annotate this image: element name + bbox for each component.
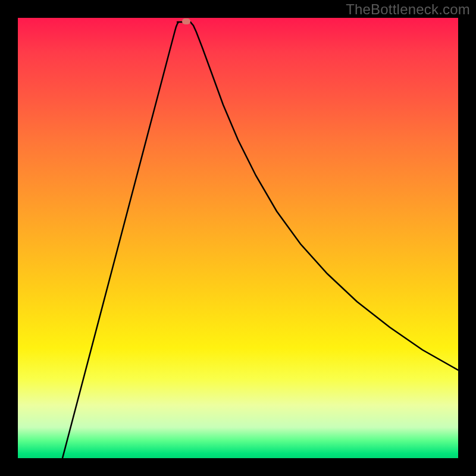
curve-right-branch	[190, 22, 458, 370]
curve-layer	[18, 18, 458, 458]
curve-left-branch	[62, 22, 178, 458]
chart-frame: TheBottleneck.com	[0, 0, 476, 476]
minimum-marker	[182, 18, 190, 24]
watermark-text: TheBottleneck.com	[346, 1, 470, 18]
plot-area	[18, 18, 458, 458]
